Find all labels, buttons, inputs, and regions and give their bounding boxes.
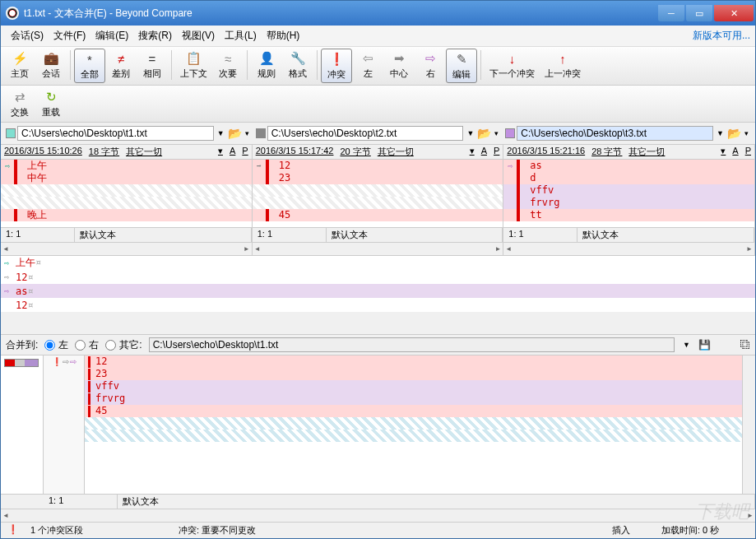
merge-right-radio[interactable]: 右 — [75, 338, 99, 352]
scrollbar-h[interactable] — [253, 242, 503, 255]
scrollbar-h[interactable] — [1, 242, 252, 255]
menu-tools[interactable]: 工具(L) — [220, 27, 262, 44]
toolbar-格式[interactable]: 🔧格式 — [282, 49, 313, 81]
folder-icon[interactable]: 📂 — [228, 127, 242, 140]
pane-center: 2016/3/15 15:17:4220 字节其它一切▾AP➡1223451: … — [253, 145, 504, 255]
merge-content[interactable]: 1223vffvfrvrg45 — [85, 355, 742, 494]
merge-gutter: ❗⇨⇨ — [44, 355, 85, 494]
toolbar-冲突[interactable]: ❗冲突 — [321, 49, 352, 83]
scrollbar-h[interactable] — [1, 509, 755, 522]
minimize-button[interactable]: ─ — [658, 5, 684, 21]
conflict-icon: ❗ — [4, 524, 22, 537]
dropdown-icon[interactable]: ▼ — [715, 129, 726, 137]
folder-icon[interactable]: 📂 — [477, 127, 491, 140]
toolbar-secondary: ⇄交换↻重载 — [1, 86, 755, 123]
scrollbar-v[interactable] — [742, 355, 755, 494]
toolbar-上一冲突[interactable]: ↑上一冲突 — [540, 49, 586, 81]
pathbar: ▼ 📂▾ ▼ 📂▾ ▼ 📂▾ — [1, 123, 755, 145]
toolbar-上下文[interactable]: 📋上下文 — [175, 49, 212, 81]
center-swatch — [256, 128, 266, 138]
merge-to-label: 合并到: — [6, 338, 38, 352]
statusbar: ❗ 1 个冲突区段 冲突: 重要不同更改 插入 加载时间: 0 秒 — [1, 522, 755, 538]
toolbar-右[interactable]: ⇨右 — [415, 49, 446, 81]
merge-line[interactable] — [85, 430, 742, 442]
menu-session[interactable]: 会话(S) — [6, 27, 49, 44]
menu-file[interactable]: 文件(F) — [49, 27, 90, 44]
merge-other-radio[interactable]: 其它: — [105, 338, 141, 352]
pane-body[interactable]: ⇨上午中午晚上 — [1, 160, 252, 227]
titlebar: t1.txt - 文本合并(E) - Beyond Compare ─ ▭ ✕ — [1, 1, 755, 26]
toolbar-会话[interactable]: 💼会话 — [35, 49, 67, 81]
merge-target-bar: 合并到: 左 右 其它: ▼ 💾 ⿻ — [1, 335, 755, 355]
menu-search[interactable]: 搜索(R) — [133, 27, 177, 44]
menu-edit[interactable]: 编辑(E) — [90, 27, 133, 44]
pane-body[interactable]: ➡122345 — [253, 160, 503, 227]
save-icon[interactable]: 💾 — [698, 339, 711, 351]
toolbar-差别[interactable]: ≠差别 — [105, 49, 137, 81]
diff-row[interactable]: ⇨12¤ — [1, 270, 755, 284]
folder-icon[interactable]: 📂 — [727, 127, 741, 140]
merge-line[interactable]: frvrg — [85, 393, 742, 405]
merge-minimap[interactable] — [1, 355, 44, 494]
scrollbar-h[interactable] — [503, 242, 754, 255]
copy-icon[interactable]: ⿻ — [740, 339, 750, 351]
toolbar-交换[interactable]: ⇄交换 — [4, 87, 35, 120]
merge-left-radio[interactable]: 左 — [44, 338, 68, 352]
menu-view[interactable]: 视图(V) — [177, 27, 220, 44]
toolbar-main: ⚡主页💼会话*全部≠差别=相同📋上下文≈次要👤规则🔧格式❗冲突⇦左➡中心⇨右✎编… — [1, 47, 755, 86]
toolbar-重载[interactable]: ↻重载 — [35, 87, 67, 120]
center-path-input[interactable] — [267, 126, 464, 141]
menubar: 会话(S) 文件(F) 编辑(E) 搜索(R) 视图(V) 工具(L) 帮助(H… — [1, 26, 755, 47]
window-title: t1.txt - 文本合并(E) - Beyond Compare — [24, 7, 656, 21]
toolbar-主页[interactable]: ⚡主页 — [4, 49, 35, 81]
toolbar-相同[interactable]: =相同 — [137, 49, 168, 81]
toolbar-全部[interactable]: *全部 — [74, 49, 105, 83]
menu-help[interactable]: 帮助(H) — [262, 27, 305, 44]
toolbar-次要[interactable]: ≈次要 — [212, 49, 243, 81]
pane-left: 2016/3/15 15:10:2618 字节其它一切▾AP⇨上午中午晚上1: … — [1, 145, 253, 255]
merge-status: 1: 1 默认文本 — [1, 494, 755, 509]
toolbar-规则[interactable]: 👤规则 — [251, 49, 282, 81]
left-path-input[interactable] — [17, 126, 214, 141]
diff-list: ⇨上午¤⇨12¤⇨as¤12¤ — [1, 256, 755, 312]
pane-body[interactable]: ⇨asdvffvfrvrgtt — [503, 160, 754, 227]
right-path-input[interactable] — [517, 126, 713, 141]
update-link[interactable]: 新版本可用... — [693, 29, 750, 43]
pane-right: 2016/3/15 15:21:1628 字节其它一切▾AP⇨asdvffvfr… — [503, 145, 755, 255]
dropdown-icon[interactable]: ▼ — [216, 129, 226, 137]
toolbar-编辑[interactable]: ✎编辑 — [446, 49, 477, 83]
right-swatch — [505, 128, 515, 138]
maximize-button[interactable]: ▭ — [686, 5, 712, 21]
merge-line[interactable]: 12 — [85, 355, 742, 368]
toolbar-左[interactable]: ⇦左 — [352, 49, 383, 81]
merge-path-input[interactable] — [149, 337, 675, 352]
compare-panes: 2016/3/15 15:10:2618 字节其它一切▾AP⇨上午中午晚上1: … — [1, 145, 755, 256]
merge-line[interactable]: 45 — [85, 405, 742, 417]
left-swatch — [6, 128, 16, 138]
toolbar-下一个冲突[interactable]: ↓下一个冲突 — [485, 49, 540, 81]
merge-line[interactable] — [85, 417, 742, 430]
merge-line[interactable]: vffv — [85, 380, 742, 393]
diff-row[interactable]: 12¤ — [1, 298, 755, 312]
app-icon — [6, 7, 19, 20]
toolbar-中心[interactable]: ➡中心 — [383, 49, 415, 81]
dropdown-icon[interactable]: ▼ — [465, 129, 475, 137]
diff-row[interactable]: ⇨上午¤ — [1, 256, 755, 270]
merge-line[interactable]: 23 — [85, 368, 742, 380]
close-button[interactable]: ✕ — [714, 5, 754, 21]
diff-row[interactable]: ⇨as¤ — [1, 284, 755, 298]
